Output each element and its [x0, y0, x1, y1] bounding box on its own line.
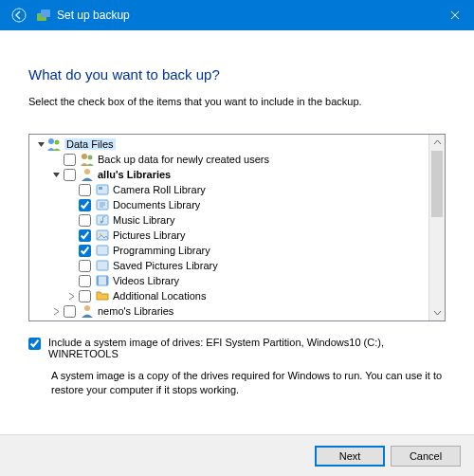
page-heading: What do you want to back up? — [28, 66, 446, 82]
next-button[interactable]: Next — [315, 446, 385, 467]
system-image-label: Include a system image of drives: EFI Sy… — [48, 337, 446, 359]
chevron-right-icon[interactable] — [50, 305, 62, 317]
window-title: Set up backup — [57, 9, 130, 22]
library-icon — [95, 243, 110, 258]
svg-point-3 — [48, 138, 54, 144]
tree-node-documents[interactable]: Documents Library — [35, 197, 445, 212]
tree-label: Back up data for newly created users — [98, 154, 269, 165]
tree-label: Pictures Library — [113, 229, 185, 241]
svg-rect-15 — [97, 246, 108, 255]
checkbox-camera-roll[interactable] — [79, 184, 91, 196]
chevron-right-icon[interactable] — [65, 290, 77, 302]
checkbox-pictures[interactable] — [79, 229, 91, 242]
cancel-button[interactable]: Cancel — [391, 446, 461, 467]
tree-node-videos[interactable]: Videos Library — [35, 273, 445, 288]
scroll-up-icon[interactable] — [429, 135, 445, 151]
svg-rect-19 — [106, 276, 108, 285]
scroll-down-icon[interactable] — [429, 304, 445, 320]
tree-node-camera-roll[interactable]: Camera Roll Library — [35, 182, 445, 197]
system-image-row: Include a system image of drives: EFI Sy… — [28, 337, 446, 359]
tree-node-programming[interactable]: Programming Library — [35, 243, 445, 258]
checkbox-nemo[interactable] — [64, 305, 76, 318]
user-icon — [80, 303, 95, 319]
checkbox-music[interactable] — [79, 214, 91, 227]
scrollbar-thumb[interactable] — [431, 151, 443, 217]
tree-label: Saved Pictures Library — [113, 260, 218, 271]
chevron-down-icon[interactable] — [50, 169, 62, 180]
tree-node-music[interactable]: Music Library — [35, 212, 445, 228]
library-icon — [95, 258, 110, 273]
scrollbar-track[interactable] — [429, 151, 445, 304]
tree-node-user-libraries[interactable]: allu's Libraries — [35, 167, 445, 182]
tree-node-data-files[interactable]: Data Files — [35, 137, 445, 152]
tree-label: Documents Library — [113, 199, 200, 211]
tree-label: nemo's Libraries — [98, 305, 173, 317]
tree-node-new-users[interactable]: Back up data for newly created users — [35, 152, 445, 167]
close-button[interactable] — [436, 0, 474, 30]
user-icon — [80, 167, 95, 182]
tree-node-pictures[interactable]: Pictures Library — [35, 228, 445, 243]
tree-label: Camera Roll Library — [113, 184, 206, 195]
chevron-down-icon[interactable] — [35, 138, 46, 150]
videos-icon — [95, 273, 110, 288]
content-area: What do you want to back up? Select the … — [0, 30, 474, 397]
checkbox-programming[interactable] — [79, 245, 91, 257]
checkbox-videos[interactable] — [79, 275, 91, 287]
checkbox-documents[interactable] — [79, 199, 91, 211]
svg-rect-2 — [41, 9, 50, 17]
svg-point-7 — [84, 169, 90, 174]
svg-rect-16 — [97, 261, 108, 270]
svg-point-4 — [55, 140, 60, 145]
instruction-text: Select the check box of the items that y… — [28, 96, 446, 107]
checkbox-user-libraries[interactable] — [64, 169, 76, 181]
system-image-description: A system image is a copy of the drives r… — [51, 369, 446, 397]
svg-point-0 — [12, 9, 26, 22]
music-icon — [95, 212, 110, 228]
backup-items-tree[interactable]: Data Files Back up data for newly create… — [28, 134, 446, 321]
tree-node-additional-locations[interactable]: Additional Locations — [35, 288, 445, 303]
svg-rect-9 — [99, 187, 102, 190]
checkbox-additional[interactable] — [79, 290, 91, 302]
library-icon — [95, 182, 110, 197]
tree-node-saved-pictures[interactable]: Saved Pictures Library — [35, 258, 445, 273]
users-icon — [46, 137, 62, 152]
app-icon — [36, 8, 51, 23]
svg-point-20 — [84, 305, 90, 311]
checkbox-new-users[interactable] — [64, 154, 76, 166]
tree-label: Videos Library — [113, 275, 179, 286]
vertical-scrollbar[interactable] — [428, 135, 445, 320]
tree-label: allu's Libraries — [98, 169, 171, 180]
tree-label: Additional Locations — [113, 290, 206, 302]
svg-rect-18 — [97, 276, 99, 285]
tree-label: Music Library — [113, 214, 174, 226]
dialog-footer: Next Cancel — [0, 434, 474, 476]
tree-label: Programming Library — [113, 245, 210, 256]
folder-icon — [95, 288, 110, 303]
svg-point-6 — [88, 156, 93, 160]
svg-point-5 — [82, 154, 87, 159]
title-bar: Set up backup — [0, 0, 474, 30]
checkbox-saved-pictures[interactable] — [79, 260, 91, 272]
pictures-icon — [95, 228, 110, 243]
checkbox-system-image[interactable] — [28, 338, 41, 350]
library-icon — [95, 197, 110, 212]
tree-node-nemo-libraries[interactable]: nemo's Libraries — [35, 303, 445, 319]
back-button[interactable] — [9, 6, 28, 25]
tree-label: Data Files — [64, 138, 116, 150]
users-icon — [80, 152, 95, 167]
